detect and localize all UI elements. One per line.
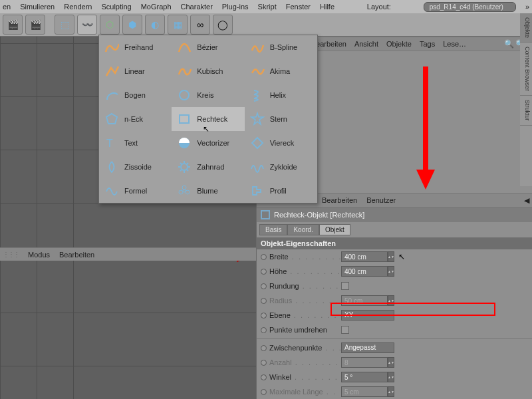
spline-circle[interactable]: Kreis: [172, 83, 244, 107]
side-tabs: Objekte Content Browser Struktur: [520, 13, 532, 186]
spline-label: Kreis: [197, 91, 213, 99]
spline-vector[interactable]: Vectorizer: [172, 131, 244, 155]
svg-point-10: [186, 190, 190, 194]
spinner-icon[interactable]: ▲▼: [388, 372, 394, 382]
spline-freehand[interactable]: Freihand: [99, 35, 172, 59]
spline-label: Blume: [197, 187, 217, 195]
menu-item[interactable]: en: [3, 3, 11, 11]
side-tab-objekte[interactable]: Objekte: [520, 13, 532, 43]
field-icon[interactable]: ▦: [168, 15, 188, 35]
side-tab-content[interactable]: Content Browser: [520, 43, 532, 96]
spline-popup: FreihandBézierB-SplineLinearKubischAkima…: [98, 35, 318, 203]
annotation-arrow-icon: [412, 66, 439, 193]
spline-star[interactable]: Stern: [245, 107, 317, 131]
text-icon: T: [104, 136, 119, 150]
spinner-icon[interactable]: ▲▼: [388, 266, 394, 277]
vector-icon: [177, 136, 192, 150]
profile-icon: [250, 184, 265, 198]
spline-ziss[interactable]: Zissoide: [99, 155, 172, 179]
menu-item[interactable]: Plug-ins: [222, 3, 249, 11]
tab-objekt[interactable]: Objekt: [319, 224, 350, 235]
attr-menu[interactable]: Bearbeiten: [322, 196, 357, 204]
rectangle-object-icon: [261, 210, 270, 219]
punkte-checkbox[interactable]: [341, 326, 349, 334]
menu-item[interactable]: Charakter: [181, 3, 213, 11]
spinner-icon[interactable]: ▲▼: [388, 251, 394, 262]
menu-item[interactable]: MoGraph: [141, 3, 172, 11]
menu-item[interactable]: Hilfe: [320, 3, 334, 11]
cursor-icon: ↖: [203, 124, 209, 134]
spline-formula[interactable]: Formel: [99, 179, 172, 203]
side-tab-struktur[interactable]: Struktur: [520, 96, 532, 126]
spline-cycloid[interactable]: Zykloide: [245, 155, 317, 179]
menu-item[interactable]: Sculpting: [101, 3, 131, 11]
spline-akima[interactable]: Akima: [245, 59, 317, 83]
obj-menu[interactable]: Tags: [420, 40, 435, 48]
generator-icon[interactable]: ⬢: [122, 15, 142, 35]
obj-menu[interactable]: Ansicht: [354, 40, 378, 48]
clapperboard2-icon[interactable]: 🎬: [25, 15, 45, 35]
svg-point-9: [179, 190, 183, 194]
formula-icon: [104, 184, 119, 198]
light-icon[interactable]: ◯: [213, 15, 233, 35]
spline-label: Kubisch: [197, 67, 223, 75]
camera-icon[interactable]: ∞: [190, 15, 210, 35]
spline-bezier[interactable]: Bézier: [172, 35, 244, 59]
prop-anzahl: Anzahl . . . . . . . . . . ▲▼: [257, 355, 532, 370]
prop-maxlen: Maximale Länge . . ▲▼: [257, 384, 532, 399]
clapperboard-icon[interactable]: 🎬: [3, 15, 23, 35]
svg-point-8: [182, 186, 186, 190]
spline-arc[interactable]: Bogen: [99, 83, 172, 107]
spline-cubic[interactable]: Kubisch: [172, 59, 244, 83]
tab-basis[interactable]: Basis: [259, 224, 287, 235]
layout-label: Layout:: [367, 3, 391, 11]
prop-rundung: Rundung . . . . . . . .: [257, 279, 532, 293]
hoehe-input[interactable]: [341, 266, 388, 277]
layout-dropdown[interactable]: psd_R14_c4d (Benutzer): [424, 2, 516, 12]
breite-input[interactable]: [341, 251, 388, 262]
linear-icon: [104, 64, 119, 78]
spline-tool-icon[interactable]: 〰️: [77, 15, 97, 35]
maxlen-input: [341, 386, 388, 397]
spline-gear[interactable]: Zahnrad: [172, 155, 244, 179]
prop-winkel: Winkel . . . . . . . . . . ▲▼: [257, 370, 532, 384]
spline-flower[interactable]: Blume: [172, 179, 244, 203]
annotation-box: [331, 303, 495, 316]
spline-helix[interactable]: Helix: [245, 83, 317, 107]
spline-label: Vectorizer: [197, 139, 229, 147]
nurbs-icon[interactable]: ⬡: [100, 15, 120, 35]
zwischen-dropdown[interactable]: Angepasst: [341, 342, 394, 353]
spline-quad[interactable]: Viereck: [245, 131, 317, 155]
spline-poly[interactable]: n-Eck: [99, 107, 172, 131]
section-header: Objekt-Eigenschaften: [257, 237, 532, 249]
menu-overflow-icon[interactable]: »: [525, 3, 529, 11]
winkel-input[interactable]: [341, 372, 388, 382]
cube-primitive-icon[interactable]: ⬚: [55, 15, 74, 35]
edit-menu[interactable]: Bearbeiten: [59, 251, 94, 259]
spline-label: Zissoide: [124, 163, 152, 171]
svg-point-0: [180, 90, 189, 100]
spline-label: Formel: [124, 187, 147, 195]
rundung-checkbox[interactable]: [341, 282, 349, 290]
deformer-icon[interactable]: ◐: [145, 15, 165, 35]
spline-text[interactable]: TText: [99, 131, 172, 155]
obj-menu[interactable]: Lese…: [443, 40, 466, 48]
menu-item[interactable]: Fenster: [286, 3, 311, 11]
menu-item[interactable]: Simulieren: [20, 3, 55, 11]
spline-bspline[interactable]: B-Spline: [245, 35, 317, 59]
tab-koord[interactable]: Koord.: [287, 224, 319, 235]
spline-label: Viereck: [270, 139, 294, 147]
spline-profile[interactable]: Profil: [245, 179, 317, 203]
bspline-icon: [250, 40, 265, 55]
back-arrow-icon[interactable]: ◀: [524, 196, 529, 205]
search-icon[interactable]: 🔍: [504, 39, 514, 49]
prop-hoehe: Höhe . . . . . . . . . . . ▲▼: [257, 264, 532, 279]
obj-menu[interactable]: Objekte: [386, 40, 412, 48]
spinner-icon: ▲▼: [388, 386, 394, 397]
mode-menu[interactable]: Modus: [28, 251, 50, 259]
attr-menu[interactable]: Benutzer: [366, 196, 396, 204]
menu-item[interactable]: Skript: [258, 3, 277, 11]
spline-label: Freihand: [124, 43, 153, 51]
menu-item[interactable]: Rendern: [64, 3, 92, 11]
spline-linear[interactable]: Linear: [99, 59, 172, 83]
